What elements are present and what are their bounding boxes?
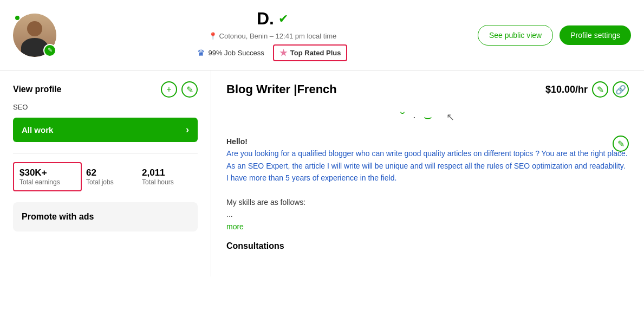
location-text: Cotonou, Benin – 12:41 pm local time (219, 32, 337, 40)
badges-row: ♛ 99% Job Success ★ Top Rated Plus (197, 44, 347, 61)
top-rated-star-icon: ★ (279, 48, 287, 58)
consultations-title: Consultations (226, 241, 629, 251)
link-icon: 🔗 (615, 85, 626, 95)
add-section-button[interactable]: + (161, 81, 177, 98)
total-jobs-stat: 62 Total jobs (86, 168, 142, 186)
all-work-label: All work (22, 125, 53, 134)
total-jobs-value: 62 (86, 168, 142, 178)
smiley-area: ˘ • ⌣ ↖ (226, 106, 629, 128)
avatar-wrapper: ✎ (13, 14, 56, 57)
promote-with-ads-section[interactable]: Promote with ads (13, 202, 198, 231)
online-status-dot (14, 15, 21, 21)
smiley-dot: • (414, 115, 415, 120)
verified-icon: ✔ (278, 12, 288, 26)
location-pin-icon: 📍 (209, 32, 217, 40)
edit-description-icon: ✎ (617, 139, 625, 149)
edit-description-button[interactable]: ✎ (613, 136, 629, 152)
user-name: D. (257, 9, 274, 29)
crown-icon: ♛ (197, 48, 205, 58)
see-public-view-button[interactable]: See public view (478, 25, 553, 46)
name-row: D. ✔ (257, 9, 288, 29)
profile-title: Blog Writer |French (226, 82, 337, 96)
total-hours-stat: 2,011 Total hours (142, 168, 198, 186)
chevron-right-icon: › (186, 124, 189, 136)
top-rated-label: Top Rated Plus (290, 49, 341, 57)
total-earnings-stat: $30K+ Total earnings (13, 162, 82, 191)
total-jobs-label: Total jobs (86, 178, 142, 186)
profile-settings-button[interactable]: Profile settings (560, 25, 631, 45)
description-skills: My skills are as follows: (226, 198, 305, 207)
description-hello: Hello! (226, 137, 248, 146)
description-ellipsis: ... (226, 210, 233, 218)
cursor-icon: ↖ (446, 111, 454, 123)
sidebar-tag: SEO (13, 103, 198, 111)
total-earnings-value: $30K+ (19, 168, 75, 178)
total-hours-label: Total hours (142, 178, 198, 186)
sidebar-icon-buttons: + ✎ (161, 81, 198, 98)
rate-actions: $10.00/hr ✎ 🔗 (545, 81, 629, 98)
view-profile-header: View profile + ✎ (13, 81, 198, 98)
view-profile-title: View profile (13, 85, 62, 94)
edit-rate-icon: ✎ (597, 85, 604, 95)
edit-avatar-button[interactable]: ✎ (43, 44, 56, 57)
page-header: ✎ D. ✔ 📍 Cotonou, Benin – 12:41 pm local… (0, 0, 644, 70)
smiley-mouth: ⌣ (424, 110, 432, 125)
link-button[interactable]: 🔗 (613, 81, 629, 98)
plus-icon: + (166, 85, 171, 94)
top-rated-plus-badge: ★ Top Rated Plus (273, 44, 348, 61)
profile-title-row: Blog Writer |French $10.00/hr ✎ 🔗 (226, 81, 629, 98)
header-center: D. ✔ 📍 Cotonou, Benin – 12:41 pm local t… (67, 9, 478, 61)
edit-icon: ✎ (186, 85, 193, 95)
sidebar: View profile + ✎ SEO All work › $30K+ To… (0, 70, 211, 276)
description-text: Hello! Are you looking for a qualified b… (226, 136, 629, 233)
promote-with-ads-label: Promote with ads (22, 212, 94, 221)
main-layout: View profile + ✎ SEO All work › $30K+ To… (0, 70, 644, 276)
all-work-button[interactable]: All work › (13, 118, 198, 142)
total-earnings-label: Total earnings (19, 178, 75, 186)
stats-row: $30K+ Total earnings 62 Total jobs 2,011… (13, 153, 198, 191)
job-success-badge: ♛ 99% Job Success (197, 48, 264, 58)
edit-rate-button[interactable]: ✎ (592, 81, 608, 98)
edit-avatar-icon: ✎ (48, 47, 53, 54)
rate-value: $10.00/hr (545, 84, 588, 95)
content-area: Blog Writer |French $10.00/hr ✎ 🔗 ˘ • ⌣ … (211, 70, 644, 276)
location-row: 📍 Cotonou, Benin – 12:41 pm local time (209, 32, 337, 40)
edit-profile-button[interactable]: ✎ (181, 81, 198, 98)
job-success-text: 99% Job Success (208, 49, 264, 57)
header-actions: See public view Profile settings (478, 25, 631, 46)
smiley-left-eye: ˘ (401, 110, 405, 125)
more-link[interactable]: more (226, 222, 244, 231)
description-body: Are you looking for a qualified blogger … (226, 149, 628, 182)
total-hours-value: 2,011 (142, 168, 198, 178)
description-area: ✎ Hello! Are you looking for a qualified… (226, 136, 629, 233)
